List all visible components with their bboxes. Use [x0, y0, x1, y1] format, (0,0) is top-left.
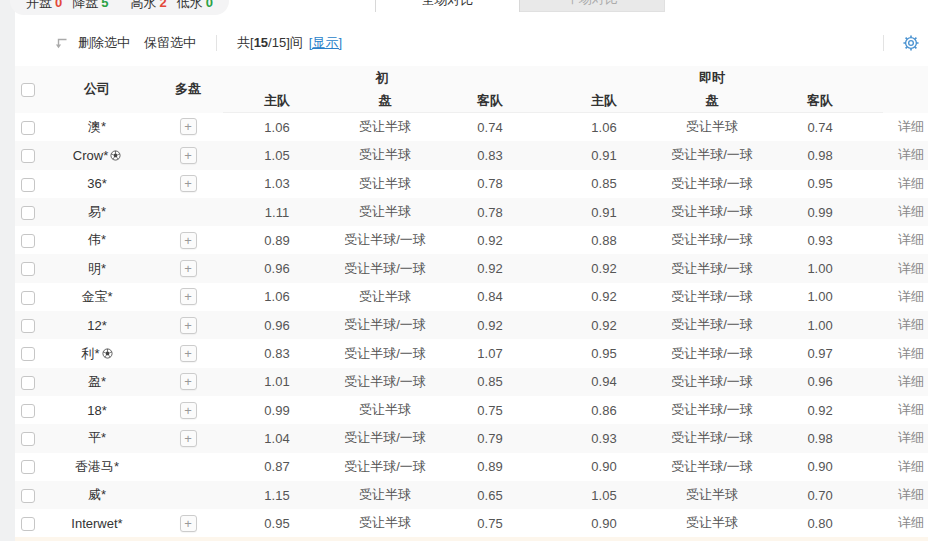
tabs: 全场对比半场对比: [375, 0, 665, 12]
expand-plus-button[interactable]: +: [180, 373, 197, 390]
live-home-odds: 0.86: [541, 396, 667, 424]
delete-selected-button[interactable]: 删除选中: [78, 34, 130, 52]
detail-link[interactable]: 详细: [898, 176, 924, 191]
initial-handicap: 受让半球: [331, 481, 439, 509]
col-live-home: 主队: [541, 89, 667, 113]
detail-link[interactable]: 详细: [898, 232, 924, 247]
company-name: 威*: [88, 487, 106, 502]
live-away-odds: 0.90: [757, 453, 883, 481]
detail-link[interactable]: 详细: [898, 346, 924, 361]
live-home-odds: 0.91: [541, 141, 667, 169]
toolbar-right-divider: [883, 35, 884, 51]
tab[interactable]: 半场对比: [520, 0, 665, 12]
row-checkbox[interactable]: [21, 206, 35, 220]
detail-link[interactable]: 详细: [898, 430, 924, 445]
toolbar-divider: [216, 35, 217, 51]
initial-home-odds: 0.87: [223, 453, 331, 481]
detail-link[interactable]: 详细: [898, 289, 924, 304]
detail-link[interactable]: 详细: [898, 119, 924, 134]
expand-plus-button[interactable]: +: [180, 288, 197, 305]
initial-away-odds: 0.78: [439, 170, 541, 198]
live-away-odds: 0.74: [757, 113, 883, 142]
live-handicap: 受让半球/一球: [667, 424, 757, 452]
table-row: 威* 1.15 受让半球 0.65 1.05 受让半球 0.70 详细: [15, 481, 928, 509]
col-company: 公司: [41, 66, 153, 113]
row-checkbox[interactable]: [21, 347, 35, 361]
company-name: 澳*: [88, 119, 106, 134]
stat-item: 开盘0: [26, 0, 62, 12]
company-name: Interwet*: [71, 516, 122, 531]
table-row: 澳* + 1.06 受让半球 0.74 1.06 受让半球 0.74 详细: [15, 113, 928, 142]
initial-home-odds: 0.96: [223, 254, 331, 282]
initial-home-odds: 0.96: [223, 311, 331, 339]
col-initial-home: 主队: [223, 89, 331, 113]
live-away-odds: 0.98: [757, 141, 883, 169]
expand-plus-button[interactable]: +: [180, 345, 197, 362]
row-checkbox[interactable]: [21, 291, 35, 305]
live-away-odds: 0.99: [757, 198, 883, 226]
company-name: 12*: [87, 318, 107, 333]
keep-selected-button[interactable]: 保留选中: [144, 34, 196, 52]
soccer-ball-icon: [102, 348, 113, 359]
live-home-odds: 0.85: [541, 170, 667, 198]
live-handicap: 受让半球/一球: [667, 339, 757, 367]
live-handicap: 受让半球: [667, 509, 757, 537]
row-checkbox[interactable]: [21, 178, 35, 192]
soccer-ball-icon: [110, 150, 121, 161]
initial-home-odds: 0.89: [223, 226, 331, 254]
expand-plus-button[interactable]: +: [180, 147, 197, 164]
row-checkbox[interactable]: [21, 262, 35, 276]
expand-plus-button[interactable]: +: [180, 260, 197, 277]
settings-gear-icon[interactable]: [902, 34, 920, 52]
expand-plus-button[interactable]: +: [180, 118, 197, 135]
row-checkbox[interactable]: [21, 404, 35, 418]
detail-link[interactable]: 详细: [898, 487, 924, 502]
show-link[interactable]: [显示]: [309, 34, 342, 52]
live-away-odds: 0.80: [757, 509, 883, 537]
initial-away-odds: 0.75: [439, 396, 541, 424]
table-row: 利* + 0.83 受让半球/一球 1.07 0.95 受让半球/一球 0.97…: [15, 339, 928, 367]
row-checkbox[interactable]: [21, 319, 35, 333]
select-all-checkbox[interactable]: [21, 83, 35, 97]
expand-plus-button[interactable]: +: [180, 402, 197, 419]
initial-home-odds: 0.95: [223, 509, 331, 537]
detail-link[interactable]: 详细: [898, 459, 924, 474]
odds-table: 公司 多盘 初 即时 主队 盘 客队 主队 盘 客队 澳* + 1.06 受让半…: [15, 66, 928, 537]
group-live: 即时: [541, 66, 883, 89]
detail-link[interactable]: 详细: [898, 204, 924, 219]
company-name: 36*: [87, 176, 107, 191]
detail-link[interactable]: 详细: [898, 317, 924, 332]
expand-plus-button[interactable]: +: [180, 175, 197, 192]
live-away-odds: 0.93: [757, 226, 883, 254]
col-live-away: 客队: [757, 89, 883, 113]
row-checkbox[interactable]: [21, 489, 35, 503]
initial-away-odds: 0.65: [439, 481, 541, 509]
row-checkbox[interactable]: [21, 234, 35, 248]
expand-plus-button[interactable]: +: [180, 317, 197, 334]
tab[interactable]: 全场对比: [375, 0, 520, 12]
detail-link[interactable]: 详细: [898, 402, 924, 417]
row-checkbox[interactable]: [21, 376, 35, 390]
expand-plus-button[interactable]: +: [180, 430, 197, 447]
row-checkbox[interactable]: [21, 121, 35, 135]
bookmaker-count: 共[15/15]间: [237, 34, 303, 52]
live-home-odds: 0.91: [541, 198, 667, 226]
detail-link[interactable]: 详细: [898, 261, 924, 276]
row-checkbox[interactable]: [21, 460, 35, 474]
expand-plus-button[interactable]: +: [180, 515, 197, 532]
company-name: 18*: [87, 403, 107, 418]
company-name: 香港马*: [75, 459, 119, 474]
live-away-odds: 0.70: [757, 481, 883, 509]
detail-link[interactable]: 详细: [898, 147, 924, 162]
detail-link[interactable]: 详细: [898, 515, 924, 530]
detail-link[interactable]: 详细: [898, 374, 924, 389]
live-home-odds: 0.95: [541, 339, 667, 367]
odds-table-body: 澳* + 1.06 受让半球 0.74 1.06 受让半球 0.74 详细 Cr…: [15, 113, 928, 538]
row-checkbox[interactable]: [21, 149, 35, 163]
stats-bar: 开盘0降盘5高水2低水0: [10, 0, 229, 15]
company-name: 明*: [88, 261, 106, 276]
row-checkbox[interactable]: [21, 432, 35, 446]
expand-plus-button[interactable]: +: [180, 232, 197, 249]
initial-home-odds: 1.04: [223, 424, 331, 452]
row-checkbox[interactable]: [21, 517, 35, 531]
